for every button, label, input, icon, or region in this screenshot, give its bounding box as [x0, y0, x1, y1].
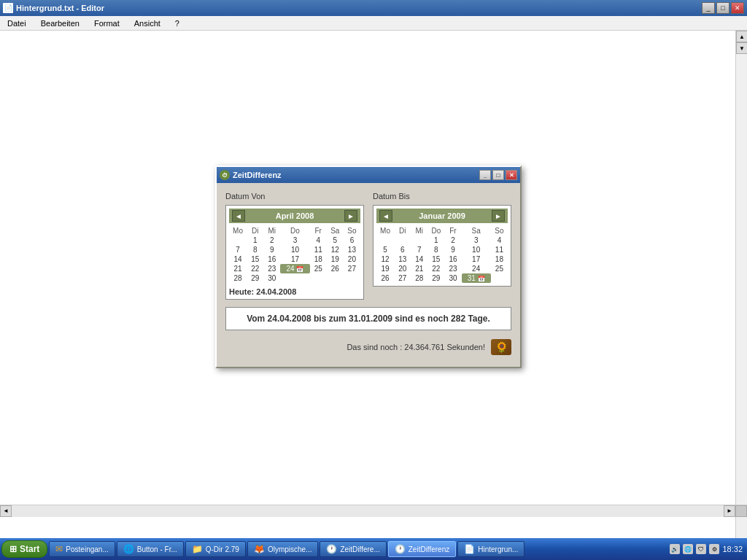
- dialog-close-button[interactable]: ✕: [506, 170, 517, 180]
- cal-bis-row-0: 1234: [376, 236, 508, 245]
- dialog-maximize-button[interactable]: □: [492, 170, 504, 180]
- cal-von-cell[interactable]: 28: [229, 273, 247, 283]
- scrollbar-bottom[interactable]: ◄ ►: [0, 505, 747, 516]
- cal-von-prev-button[interactable]: ◄: [232, 210, 245, 222]
- windows-logo: ⊞: [9, 544, 17, 554]
- cal-bis-cell[interactable]: 3: [462, 236, 491, 245]
- cal-von-cell[interactable]: 3: [280, 236, 309, 245]
- taskbar-item-button[interactable]: 🌐 Button - Fr...: [117, 541, 184, 557]
- cal-bis-cell[interactable]: 28: [411, 273, 427, 283]
- cal-von-cell[interactable]: 11: [310, 245, 327, 254]
- cal-bis-cell[interactable]: 10: [462, 245, 491, 254]
- menu-datei[interactable]: Datei: [3, 18, 31, 29]
- scroll-right-button[interactable]: ►: [724, 505, 735, 517]
- cal-bis-next-button[interactable]: ►: [492, 210, 505, 222]
- cal-bis-cell[interactable]: 22: [427, 264, 444, 273]
- scroll-down-button[interactable]: ▼: [736, 42, 747, 54]
- cal-bis-cell[interactable]: 15: [427, 254, 444, 264]
- taskbar-item-zeitdiff2[interactable]: 🕐 ZeitDifferenz: [388, 541, 457, 557]
- cal-von-cell[interactable]: 24 📅: [280, 264, 309, 273]
- close-button[interactable]: ✕: [731, 2, 744, 14]
- cal-bis-cell[interactable]: 5: [376, 245, 394, 254]
- cal-von-cell[interactable]: 14: [229, 254, 247, 264]
- cal-von-cell[interactable]: 19: [327, 254, 344, 264]
- cal-von-cell[interactable]: 16: [263, 254, 280, 264]
- cal-von-cell[interactable]: 13: [344, 245, 360, 254]
- cal-von-cell[interactable]: 18: [310, 254, 327, 264]
- cal-von-cell: [310, 273, 327, 283]
- cal-von-cell[interactable]: 15: [247, 254, 263, 264]
- cal-von-cell[interactable]: 1: [247, 236, 263, 245]
- cal-bis-cell[interactable]: 30: [444, 273, 461, 283]
- cal-bis-cell[interactable]: 14: [411, 254, 427, 264]
- cal-von-cell[interactable]: 25: [310, 264, 327, 273]
- taskbar-item-olympia[interactable]: 🦊 Olympische...: [247, 541, 319, 557]
- menu-help[interactable]: ?: [171, 18, 184, 29]
- cal-bis-cell[interactable]: 26: [376, 273, 394, 283]
- cal-von-cell[interactable]: 8: [247, 245, 263, 254]
- cal-bis-cell[interactable]: 9: [444, 245, 461, 254]
- cal-bis-cell[interactable]: 31 📅: [462, 273, 491, 283]
- cal-von-cell[interactable]: 9: [263, 245, 280, 254]
- cal-bis-cell[interactable]: 16: [444, 254, 461, 264]
- scroll-up-button[interactable]: ▲: [736, 31, 747, 42]
- cal-bis-cell[interactable]: 27: [394, 273, 411, 283]
- cal-von-cell[interactable]: 12: [327, 245, 344, 254]
- cal-bis-cell[interactable]: 2: [444, 236, 461, 245]
- cal-von-cell: [327, 273, 344, 283]
- cal-bis-cell[interactable]: 23: [444, 264, 461, 273]
- cal-bis-cell[interactable]: 1: [427, 236, 444, 245]
- cal-von-header-mi: Mi: [263, 226, 280, 236]
- cal-bis-cell[interactable]: 17: [462, 254, 491, 264]
- cal-bis-cell[interactable]: 19: [376, 264, 394, 273]
- taskbar-icon-button: 🌐: [123, 544, 134, 554]
- cal-von-cell[interactable]: 4: [310, 236, 327, 245]
- cal-von-cell[interactable]: 22: [247, 264, 263, 273]
- cal-bis-cell[interactable]: 20: [394, 264, 411, 273]
- cal-bis-cell[interactable]: 18: [491, 254, 508, 264]
- cal-bis-cell[interactable]: 13: [394, 254, 411, 264]
- minimize-button[interactable]: _: [702, 2, 715, 14]
- scrollbar-right[interactable]: ▲ ▼: [735, 31, 747, 538]
- taskbar-item-zeitdiff1[interactable]: 🕐 ZeitDiffere...: [320, 541, 386, 557]
- cal-von-cell[interactable]: 26: [327, 264, 344, 273]
- datum-von-label: Datum Von: [225, 192, 364, 201]
- cal-von-cell[interactable]: 29: [247, 273, 263, 283]
- cal-von-cell[interactable]: 20: [344, 254, 360, 264]
- cal-von-cell[interactable]: 10: [280, 245, 309, 254]
- cal-von-next-button[interactable]: ►: [344, 210, 357, 222]
- scroll-left-button[interactable]: ◄: [0, 505, 12, 517]
- cal-von-cell[interactable]: 2: [263, 236, 280, 245]
- cal-von-cell[interactable]: 30: [263, 273, 280, 283]
- dialog-minimize-button[interactable]: _: [479, 170, 491, 180]
- start-button[interactable]: ⊞ Start: [1, 540, 47, 558]
- cal-von-cell[interactable]: 27: [344, 264, 360, 273]
- menu-bearbeiten[interactable]: Bearbeiten: [36, 18, 84, 29]
- cal-bis-cell[interactable]: 4: [491, 236, 508, 245]
- calendars-row: Datum Von ◄ April 2008 ► Mo: [225, 192, 511, 300]
- cal-bis-cell[interactable]: 24: [462, 264, 491, 273]
- cal-bis-cell[interactable]: 25: [491, 264, 508, 273]
- cal-bis-cell[interactable]: 11: [491, 245, 508, 254]
- menu-ansicht[interactable]: Ansicht: [130, 18, 165, 29]
- cal-von-cell[interactable]: 7: [229, 245, 247, 254]
- taskbar-label-qdir: Q-Dir 2.79: [206, 545, 239, 553]
- cal-bis-prev-button[interactable]: ◄: [379, 210, 392, 222]
- menu-format[interactable]: Format: [90, 18, 124, 29]
- taskbar: ⊞ Start ✉ Posteingan... 🌐 Button - Fr...…: [0, 538, 747, 560]
- maximize-button[interactable]: □: [716, 2, 729, 14]
- cal-von-cell[interactable]: 21: [229, 264, 247, 273]
- taskbar-item-qdir[interactable]: 📁 Q-Dir 2.79: [185, 541, 246, 557]
- cal-bis-cell[interactable]: 21: [411, 264, 427, 273]
- cal-von-cell[interactable]: 6: [344, 236, 360, 245]
- cal-bis-cell[interactable]: 6: [394, 245, 411, 254]
- cal-bis-cell[interactable]: 7: [411, 245, 427, 254]
- cal-von-cell[interactable]: 17: [280, 254, 309, 264]
- cal-bis-cell[interactable]: 29: [427, 273, 444, 283]
- taskbar-item-posteingang[interactable]: ✉ Posteingan...: [49, 541, 115, 557]
- taskbar-item-hintergrund[interactable]: 📄 Hintergrun...: [457, 541, 525, 557]
- cal-von-cell[interactable]: 5: [327, 236, 344, 245]
- cal-von-cell[interactable]: 23: [263, 264, 280, 273]
- cal-bis-cell[interactable]: 8: [427, 245, 444, 254]
- cal-bis-cell[interactable]: 12: [376, 254, 394, 264]
